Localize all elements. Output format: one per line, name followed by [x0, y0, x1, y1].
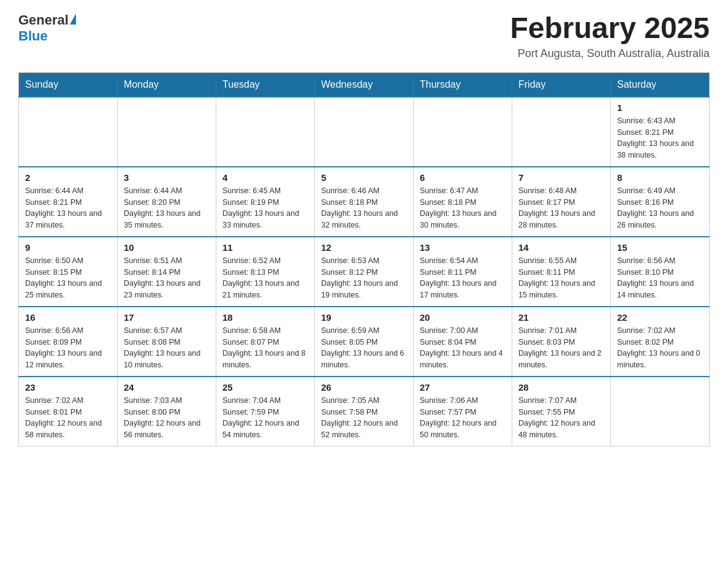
- day-number: 7: [518, 172, 604, 183]
- day-info: Sunrise: 6:59 AM Sunset: 8:05 PM Dayligh…: [321, 325, 407, 371]
- calendar-cell: 27Sunrise: 7:06 AM Sunset: 7:57 PM Dayli…: [414, 377, 512, 446]
- calendar-cell: [315, 97, 414, 167]
- calendar-cell: 6Sunrise: 6:47 AM Sunset: 8:18 PM Daylig…: [414, 167, 512, 237]
- calendar-cell: 5Sunrise: 6:46 AM Sunset: 8:18 PM Daylig…: [315, 167, 414, 237]
- day-number: 20: [420, 312, 506, 323]
- day-number: 17: [124, 312, 210, 323]
- day-info: Sunrise: 6:43 AM Sunset: 8:21 PM Dayligh…: [617, 115, 703, 161]
- page-header: General Blue February 2025 Port Augusta,…: [18, 12, 710, 60]
- calendar-cell: 8Sunrise: 6:49 AM Sunset: 8:16 PM Daylig…: [611, 167, 710, 237]
- day-info: Sunrise: 6:47 AM Sunset: 8:18 PM Dayligh…: [420, 185, 506, 231]
- day-number: 3: [124, 172, 210, 183]
- day-number: 1: [617, 102, 703, 113]
- calendar-cell: 14Sunrise: 6:55 AM Sunset: 8:11 PM Dayli…: [512, 237, 611, 307]
- day-info: Sunrise: 6:56 AM Sunset: 8:10 PM Dayligh…: [617, 255, 703, 301]
- day-number: 12: [321, 242, 407, 253]
- calendar-cell: 22Sunrise: 7:02 AM Sunset: 8:02 PM Dayli…: [611, 307, 710, 377]
- calendar-cell: 13Sunrise: 6:54 AM Sunset: 8:11 PM Dayli…: [414, 237, 512, 307]
- day-number: 19: [321, 312, 407, 323]
- calendar-cell: 16Sunrise: 6:56 AM Sunset: 8:09 PM Dayli…: [19, 307, 118, 377]
- calendar-cell: [19, 97, 118, 167]
- day-info: Sunrise: 6:52 AM Sunset: 8:13 PM Dayligh…: [222, 255, 308, 301]
- day-number: 22: [617, 312, 703, 323]
- calendar-cell: 18Sunrise: 6:58 AM Sunset: 8:07 PM Dayli…: [216, 307, 315, 377]
- title-block: February 2025 Port Augusta, South Austra…: [510, 12, 710, 60]
- calendar-header-sunday: Sunday: [19, 72, 118, 97]
- day-number: 21: [518, 312, 604, 323]
- day-number: 2: [25, 172, 111, 183]
- day-number: 27: [420, 382, 506, 393]
- day-number: 25: [222, 382, 308, 393]
- day-info: Sunrise: 7:02 AM Sunset: 8:02 PM Dayligh…: [617, 325, 703, 371]
- calendar-header-friday: Friday: [512, 72, 611, 97]
- calendar-header-monday: Monday: [118, 72, 216, 97]
- calendar-cell: 28Sunrise: 7:07 AM Sunset: 7:55 PM Dayli…: [512, 377, 611, 446]
- calendar-header-saturday: Saturday: [611, 72, 710, 97]
- day-number: 18: [222, 312, 308, 323]
- calendar-cell: 1Sunrise: 6:43 AM Sunset: 8:21 PM Daylig…: [611, 97, 710, 167]
- calendar-header-row: SundayMondayTuesdayWednesdayThursdayFrid…: [19, 72, 710, 97]
- day-info: Sunrise: 6:58 AM Sunset: 8:07 PM Dayligh…: [222, 325, 308, 371]
- week-row-4: 16Sunrise: 6:56 AM Sunset: 8:09 PM Dayli…: [19, 307, 710, 377]
- calendar-cell: [118, 97, 216, 167]
- day-number: 5: [321, 172, 407, 183]
- week-row-5: 23Sunrise: 7:02 AM Sunset: 8:01 PM Dayli…: [19, 377, 710, 446]
- calendar-cell: 26Sunrise: 7:05 AM Sunset: 7:58 PM Dayli…: [315, 377, 414, 446]
- day-info: Sunrise: 6:49 AM Sunset: 8:16 PM Dayligh…: [617, 185, 703, 231]
- calendar-cell: [512, 97, 611, 167]
- day-info: Sunrise: 6:56 AM Sunset: 8:09 PM Dayligh…: [25, 325, 111, 371]
- calendar-header-thursday: Thursday: [414, 72, 512, 97]
- day-info: Sunrise: 7:06 AM Sunset: 7:57 PM Dayligh…: [420, 395, 506, 441]
- calendar-cell: [611, 377, 710, 446]
- day-number: 6: [420, 172, 506, 183]
- day-number: 26: [321, 382, 407, 393]
- week-row-1: 1Sunrise: 6:43 AM Sunset: 8:21 PM Daylig…: [19, 97, 710, 167]
- day-info: Sunrise: 6:44 AM Sunset: 8:21 PM Dayligh…: [25, 185, 111, 231]
- day-info: Sunrise: 7:01 AM Sunset: 8:03 PM Dayligh…: [518, 325, 604, 371]
- day-number: 14: [518, 242, 604, 253]
- week-row-2: 2Sunrise: 6:44 AM Sunset: 8:21 PM Daylig…: [19, 167, 710, 237]
- day-number: 23: [25, 382, 111, 393]
- calendar-cell: 23Sunrise: 7:02 AM Sunset: 8:01 PM Dayli…: [19, 377, 118, 446]
- calendar-cell: 4Sunrise: 6:45 AM Sunset: 8:19 PM Daylig…: [216, 167, 315, 237]
- day-info: Sunrise: 6:57 AM Sunset: 8:08 PM Dayligh…: [124, 325, 210, 371]
- day-info: Sunrise: 6:53 AM Sunset: 8:12 PM Dayligh…: [321, 255, 407, 301]
- calendar-table: SundayMondayTuesdayWednesdayThursdayFrid…: [18, 72, 710, 446]
- location-title: Port Augusta, South Australia, Australia: [510, 47, 710, 60]
- day-info: Sunrise: 7:00 AM Sunset: 8:04 PM Dayligh…: [420, 325, 506, 371]
- calendar-cell: 11Sunrise: 6:52 AM Sunset: 8:13 PM Dayli…: [216, 237, 315, 307]
- day-info: Sunrise: 7:07 AM Sunset: 7:55 PM Dayligh…: [518, 395, 604, 441]
- day-info: Sunrise: 6:45 AM Sunset: 8:19 PM Dayligh…: [222, 185, 308, 231]
- month-title: February 2025: [510, 12, 710, 45]
- day-info: Sunrise: 6:46 AM Sunset: 8:18 PM Dayligh…: [321, 185, 407, 231]
- day-info: Sunrise: 6:54 AM Sunset: 8:11 PM Dayligh…: [420, 255, 506, 301]
- day-info: Sunrise: 7:05 AM Sunset: 7:58 PM Dayligh…: [321, 395, 407, 441]
- day-number: 4: [222, 172, 308, 183]
- calendar-cell: 10Sunrise: 6:51 AM Sunset: 8:14 PM Dayli…: [118, 237, 216, 307]
- logo-blue-text: Blue: [18, 28, 48, 44]
- day-info: Sunrise: 7:03 AM Sunset: 8:00 PM Dayligh…: [124, 395, 210, 441]
- calendar-cell: 25Sunrise: 7:04 AM Sunset: 7:59 PM Dayli…: [216, 377, 315, 446]
- logo: General Blue: [18, 12, 76, 44]
- calendar-cell: [414, 97, 512, 167]
- day-number: 15: [617, 242, 703, 253]
- calendar-cell: 7Sunrise: 6:48 AM Sunset: 8:17 PM Daylig…: [512, 167, 611, 237]
- calendar-cell: 24Sunrise: 7:03 AM Sunset: 8:00 PM Dayli…: [118, 377, 216, 446]
- day-info: Sunrise: 6:50 AM Sunset: 8:15 PM Dayligh…: [25, 255, 111, 301]
- calendar-header-tuesday: Tuesday: [216, 72, 315, 97]
- day-number: 8: [617, 172, 703, 183]
- logo-general-text: General: [18, 12, 69, 28]
- day-info: Sunrise: 6:48 AM Sunset: 8:17 PM Dayligh…: [518, 185, 604, 231]
- day-number: 9: [25, 242, 111, 253]
- calendar-cell: 9Sunrise: 6:50 AM Sunset: 8:15 PM Daylig…: [19, 237, 118, 307]
- day-info: Sunrise: 6:55 AM Sunset: 8:11 PM Dayligh…: [518, 255, 604, 301]
- day-number: 11: [222, 242, 308, 253]
- calendar-header-wednesday: Wednesday: [315, 72, 414, 97]
- calendar-cell: 17Sunrise: 6:57 AM Sunset: 8:08 PM Dayli…: [118, 307, 216, 377]
- calendar-cell: 21Sunrise: 7:01 AM Sunset: 8:03 PM Dayli…: [512, 307, 611, 377]
- calendar-cell: 12Sunrise: 6:53 AM Sunset: 8:12 PM Dayli…: [315, 237, 414, 307]
- calendar-cell: [216, 97, 315, 167]
- day-info: Sunrise: 6:51 AM Sunset: 8:14 PM Dayligh…: [124, 255, 210, 301]
- day-info: Sunrise: 7:02 AM Sunset: 8:01 PM Dayligh…: [25, 395, 111, 441]
- day-number: 24: [124, 382, 210, 393]
